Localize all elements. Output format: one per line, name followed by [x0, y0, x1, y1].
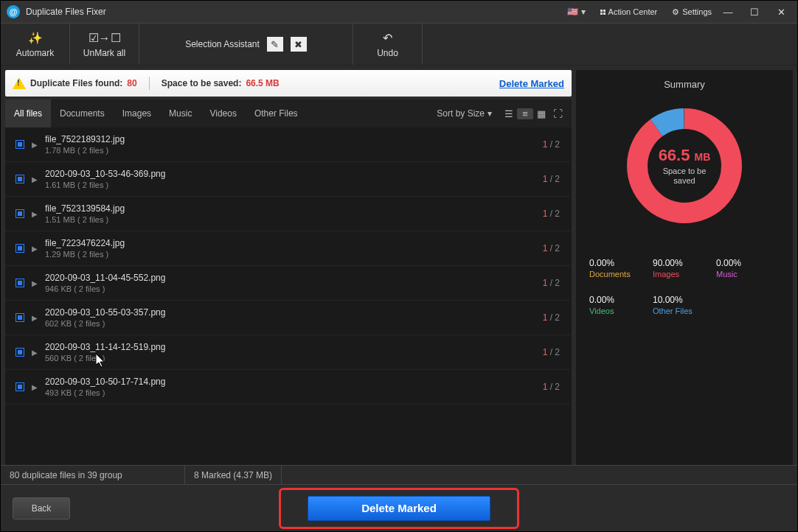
expand-arrow-icon[interactable]: ▶ — [32, 175, 38, 183]
expand-arrow-icon[interactable]: ▶ — [32, 141, 38, 149]
selection-tool-1-button[interactable]: ✎ — [267, 37, 283, 52]
file-row[interactable]: ▶2020-09-03_10-50-17-714.png493 KB ( 2 f… — [5, 370, 570, 405]
expand-arrow-icon[interactable]: ▶ — [32, 210, 38, 218]
toolbar: ✨ Automark ☑→☐ UnMark all Selection Assi… — [1, 23, 797, 66]
view-list-icon[interactable]: ☰ — [501, 108, 517, 119]
file-name: 2020-09-03_11-14-12-519.png — [45, 342, 535, 352]
file-checkbox[interactable] — [15, 279, 24, 287]
tab-documents[interactable]: Documents — [51, 99, 114, 127]
file-meta: 1.51 MB ( 2 files ) — [45, 215, 535, 224]
stat-label: Music — [716, 270, 780, 279]
file-name: 2020-09-03_10-53-46-369.png — [45, 169, 535, 179]
undo-icon: ↶ — [383, 31, 392, 45]
back-button[interactable]: Back — [13, 497, 70, 519]
file-row[interactable]: ▶file_7523139584.jpg1.51 MB ( 2 files )1… — [5, 197, 570, 231]
status-marked: 8 Marked (4.37 MB) — [185, 466, 282, 485]
file-row[interactable]: ▶file_7223476224.jpg1.29 MB ( 2 files )1… — [5, 231, 570, 266]
file-name: file_7223476224.jpg — [45, 238, 535, 248]
warning-icon — [13, 77, 26, 89]
file-checkbox[interactable] — [15, 140, 24, 149]
summary-stat: 90.00%Images — [653, 258, 716, 279]
expand-arrow-icon[interactable]: ▶ — [32, 279, 38, 287]
stat-percent: 0.00% — [589, 258, 653, 268]
action-center-menu[interactable]: Action Center — [600, 7, 658, 16]
file-row[interactable]: ▶2020-09-03_11-14-12-519.png560 KB ( 2 f… — [5, 335, 570, 370]
view-detail-icon[interactable]: ≡ — [517, 108, 533, 119]
minimize-button[interactable]: — — [718, 7, 738, 18]
app-title: Duplicate Files Fixer — [26, 7, 561, 17]
file-meta: 1.78 MB ( 2 files ) — [45, 146, 535, 155]
sort-dropdown[interactable]: Sort by Size ▾ — [437, 108, 492, 119]
file-row[interactable]: ▶2020-09-03_10-55-03-357.png602 KB ( 2 f… — [5, 301, 570, 335]
sort-label: Sort by Size — [437, 108, 485, 119]
file-count: 1 / 2 — [543, 382, 560, 392]
file-count: 1 / 2 — [543, 278, 560, 288]
summary-stat: 10.00%Other Files — [653, 295, 716, 315]
expand-arrow-icon[interactable]: ▶ — [32, 314, 38, 322]
title-bar: @ Duplicate Files Fixer 🇺🇸 ▾ Action Cent… — [1, 1, 797, 23]
close-button[interactable]: ✕ — [771, 7, 791, 18]
unmark-all-button[interactable]: ☑→☐ UnMark all — [70, 24, 139, 65]
file-list[interactable]: ▶file_7522189312.jpg1.78 MB ( 2 files )1… — [5, 127, 572, 465]
stat-label: Other Files — [653, 307, 716, 315]
fullscreen-icon[interactable]: ⛶ — [549, 108, 566, 119]
tab-music[interactable]: Music — [160, 99, 201, 127]
file-checkbox[interactable] — [15, 348, 24, 357]
file-name: 2020-09-03_11-04-45-552.png — [45, 273, 535, 283]
stat-percent: 10.00% — [653, 295, 716, 305]
gear-icon: ⚙ — [672, 7, 679, 17]
status-bar: 80 duplicate files in 39 group 8 Marked … — [1, 465, 797, 484]
expand-arrow-icon[interactable]: ▶ — [32, 245, 38, 253]
automark-button[interactable]: ✨ Automark — [1, 24, 70, 65]
file-row[interactable]: ▶file_7522189312.jpg1.78 MB ( 2 files )1… — [5, 127, 570, 162]
donut-unit: MB — [695, 151, 711, 163]
tab-videos[interactable]: Videos — [201, 99, 245, 127]
stat-percent: 0.00% — [716, 258, 780, 268]
delete-marked-link[interactable]: Delete Marked — [499, 78, 564, 89]
settings-label: Settings — [682, 7, 712, 16]
space-value: 66.5 MB — [246, 78, 279, 88]
bottom-bar: Back Delete Marked — [1, 484, 797, 531]
action-center-label: Action Center — [608, 7, 658, 16]
file-count: 1 / 2 — [543, 347, 560, 357]
undo-button[interactable]: ↶ Undo — [353, 24, 423, 65]
donut-chart: 66.5 MB Space to besaved — [622, 103, 747, 228]
file-checkbox[interactable] — [15, 382, 24, 391]
file-row[interactable]: ▶2020-09-03_10-53-46-369.png1.61 MB ( 2 … — [5, 162, 570, 197]
expand-arrow-icon[interactable]: ▶ — [32, 383, 38, 391]
file-checkbox[interactable] — [15, 175, 24, 183]
file-count: 1 / 2 — [543, 209, 560, 219]
app-logo-icon: @ — [7, 5, 20, 18]
selection-assistant: Selection Assistant ✎ ✖ — [139, 24, 353, 65]
file-name: 2020-09-03_10-55-03-357.png — [45, 307, 535, 318]
summary-title: Summary — [585, 79, 784, 90]
file-meta: 1.61 MB ( 2 files ) — [45, 181, 535, 189]
maximize-button[interactable]: ☐ — [744, 7, 765, 18]
file-count: 1 / 2 — [543, 243, 560, 253]
stat-percent: 90.00% — [653, 258, 716, 268]
expand-arrow-icon[interactable]: ▶ — [32, 349, 38, 357]
filter-tabs: All files Documents Images Music Videos … — [5, 99, 572, 127]
file-row[interactable]: ▶2020-09-03_11-04-45-552.png946 KB ( 2 f… — [5, 266, 570, 301]
view-grid-icon[interactable]: ▦ — [533, 108, 549, 119]
selection-tool-2-button[interactable]: ✖ — [291, 37, 307, 52]
found-count: 80 — [127, 78, 136, 88]
delete-marked-button[interactable]: Delete Marked — [308, 496, 490, 521]
file-checkbox[interactable] — [15, 244, 24, 253]
tab-images[interactable]: Images — [114, 99, 160, 127]
grid-icon — [600, 10, 606, 15]
stat-label: Documents — [589, 270, 653, 279]
tab-all-files[interactable]: All files — [5, 99, 51, 127]
file-checkbox[interactable] — [15, 313, 24, 322]
file-name: file_7523139584.jpg — [45, 203, 535, 214]
settings-menu[interactable]: ⚙ Settings — [672, 7, 712, 17]
stat-label: Videos — [589, 307, 653, 315]
language-flag-icon[interactable]: 🇺🇸 ▾ — [567, 7, 585, 17]
summary-stat: 0.00%Videos — [589, 295, 653, 315]
space-label: Space to be saved: — [162, 78, 242, 88]
tab-other-files[interactable]: Other Files — [246, 99, 307, 127]
file-checkbox[interactable] — [15, 209, 24, 218]
stat-label: Images — [653, 270, 716, 279]
wand-icon: ✨ — [28, 31, 43, 45]
found-label: Duplicate Files found: — [30, 78, 122, 88]
